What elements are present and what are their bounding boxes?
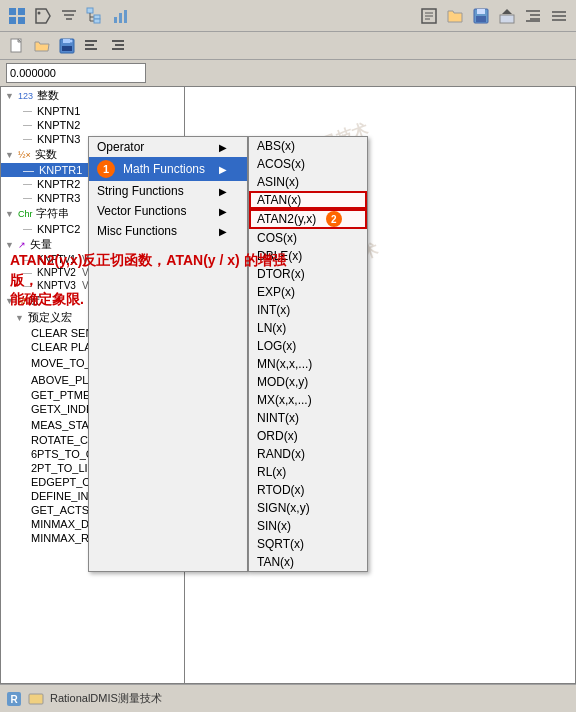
svg-rect-39 <box>62 46 72 51</box>
arrow-icon-2: ▶ <box>219 164 227 175</box>
menu-misc-functions[interactable]: Misc Functions ▶ <box>89 221 247 241</box>
svg-marker-4 <box>36 9 50 23</box>
func-atan[interactable]: ATAN(x) <box>249 191 367 209</box>
arrow-icon-5: ▶ <box>219 226 227 237</box>
func-ln[interactable]: LN(x) <box>249 319 367 337</box>
func-atan2[interactable]: ATAN2(y,x) 2 <box>249 209 367 229</box>
section-integer[interactable]: ▼ 123 整数 <box>1 87 184 104</box>
svg-marker-27 <box>502 9 512 14</box>
func-abs[interactable]: ABS(x) <box>249 137 367 155</box>
svg-rect-1 <box>18 8 25 15</box>
svg-rect-16 <box>114 17 117 23</box>
tree-item-knptn2[interactable]: — KNPTN2 <box>1 118 184 132</box>
func-acos[interactable]: ACOS(x) <box>249 155 367 173</box>
statusbar-icon2[interactable] <box>28 691 44 707</box>
svg-rect-15 <box>94 19 100 23</box>
new-icon[interactable] <box>6 35 28 57</box>
svg-rect-25 <box>476 16 486 22</box>
svg-text:R: R <box>10 694 18 705</box>
func-tan[interactable]: TAN(x) <box>249 553 367 571</box>
func-cos[interactable]: COS(x) <box>249 229 367 247</box>
statusbar-icon[interactable]: R <box>6 691 22 707</box>
outdent-icon[interactable] <box>548 5 570 27</box>
svg-rect-24 <box>477 9 485 14</box>
open-file-icon[interactable] <box>444 5 466 27</box>
align-left-icon[interactable] <box>81 35 103 57</box>
disk-save-icon[interactable] <box>56 35 78 57</box>
svg-rect-38 <box>63 39 70 43</box>
func-rl[interactable]: RL(x) <box>249 463 367 481</box>
func-log[interactable]: LOG(x) <box>249 337 367 355</box>
svg-rect-18 <box>124 10 127 23</box>
svg-rect-0 <box>9 8 16 15</box>
svg-rect-17 <box>119 13 122 23</box>
indent-icon[interactable] <box>522 5 544 27</box>
tag-icon[interactable] <box>32 5 54 27</box>
value-input[interactable]: 0.000000 <box>6 63 146 83</box>
svg-rect-3 <box>18 17 25 24</box>
menu-math-functions[interactable]: 1 Math Functions ▶ <box>89 157 247 181</box>
grid-icon[interactable] <box>6 5 28 27</box>
arrow-icon-4: ▶ <box>219 206 227 217</box>
menu-vector-functions[interactable]: Vector Functions ▶ <box>89 201 247 221</box>
main-context-menu: Operator ▶ 1 Math Functions ▶ String Fun… <box>88 136 248 572</box>
functions-submenu: ABS(x) ACOS(x) ASIN(x) ATAN(x) ATAN2(y,x… <box>248 136 368 572</box>
export-icon[interactable] <box>496 5 518 27</box>
func-sign[interactable]: SIGN(x,y) <box>249 499 367 517</box>
func-sin[interactable]: SIN(x) <box>249 517 367 535</box>
func-mod[interactable]: MOD(x,y) <box>249 373 367 391</box>
svg-point-40 <box>70 39 73 42</box>
func-asin[interactable]: ASIN(x) <box>249 173 367 191</box>
func-mx[interactable]: MX(x,x,...) <box>249 391 367 409</box>
chart-icon[interactable] <box>110 5 132 27</box>
badge-1: 1 <box>97 160 115 178</box>
context-menu-container: Operator ▶ 1 Math Functions ▶ String Fun… <box>88 136 368 572</box>
arrow-icon-3: ▶ <box>219 186 227 197</box>
svg-rect-2 <box>9 17 16 24</box>
func-dble[interactable]: DBLE(x) <box>249 247 367 265</box>
tree-item-knptn1[interactable]: — KNPTN1 <box>1 104 184 118</box>
statusbar: R RationalDMIS测量技术 <box>0 684 576 712</box>
statusbar-text: RationalDMIS测量技术 <box>50 691 162 706</box>
svg-point-5 <box>38 11 41 14</box>
svg-rect-49 <box>29 694 43 704</box>
align-right-icon[interactable] <box>106 35 128 57</box>
menu-operator[interactable]: Operator ▶ <box>89 137 247 157</box>
func-nint[interactable]: NINT(x) <box>249 409 367 427</box>
func-sqrt[interactable]: SQRT(x) <box>249 535 367 553</box>
func-mn[interactable]: MN(x,x,...) <box>249 355 367 373</box>
func-rtod[interactable]: RTOD(x) <box>249 481 367 499</box>
menu-string-functions[interactable]: String Functions ▶ <box>89 181 247 201</box>
open-icon[interactable] <box>31 35 53 57</box>
func-exp[interactable]: EXP(x) <box>249 283 367 301</box>
filter-icon[interactable] <box>58 5 80 27</box>
properties-icon[interactable] <box>418 5 440 27</box>
svg-rect-26 <box>500 15 514 23</box>
func-ord[interactable]: ORD(x) <box>249 427 367 445</box>
save-file-icon[interactable] <box>470 5 492 27</box>
secondary-toolbar <box>0 32 576 60</box>
tree-icon[interactable] <box>84 5 106 27</box>
main-toolbar <box>0 0 576 32</box>
func-int[interactable]: INT(x) <box>249 301 367 319</box>
badge-2: 2 <box>326 211 342 227</box>
svg-rect-12 <box>94 15 100 19</box>
func-rand[interactable]: RAND(x) <box>249 445 367 463</box>
addressbar: 0.000000 <box>0 60 576 86</box>
arrow-icon: ▶ <box>219 142 227 153</box>
func-dtor[interactable]: DTOR(x) <box>249 265 367 283</box>
svg-rect-9 <box>87 8 93 13</box>
main-area: ▼ 123 整数 — KNPTN1 — KNPTN2 — KNPTN3 ▼ ½×… <box>0 86 576 684</box>
